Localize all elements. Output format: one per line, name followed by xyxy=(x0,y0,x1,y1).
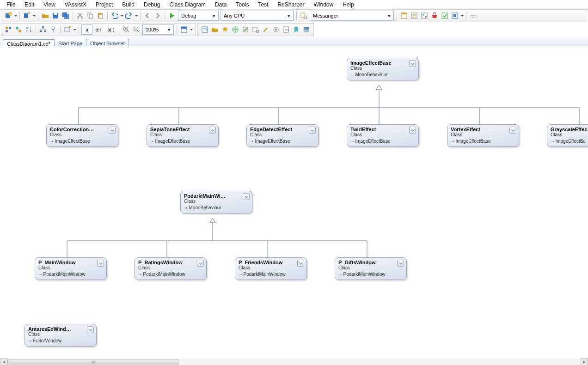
class-node-AntaresEdWindow[interactable]: AntaresEdWind…ClassEditorWindow xyxy=(24,324,97,347)
toolbox-button[interactable] xyxy=(430,11,439,20)
menu-edit[interactable]: Edit xyxy=(20,0,39,9)
paste-button[interactable] xyxy=(96,11,105,20)
class-node-GrayscaleEffect[interactable]: GrayscaleEffecClassImageEffectBa xyxy=(547,124,588,147)
rs-options-button[interactable] xyxy=(271,25,281,34)
rs-inspect-button[interactable] xyxy=(251,25,260,34)
save-all-button[interactable] xyxy=(61,11,70,20)
open-button[interactable] xyxy=(41,11,50,20)
menu-project[interactable]: Project xyxy=(91,0,117,9)
new-class-dropdown[interactable] xyxy=(73,25,77,34)
diagram-canvas[interactable]: ImageEffectBaseClassMonoBehaviourColorCo… xyxy=(0,46,588,359)
show-lollipop-button[interactable] xyxy=(49,25,58,34)
menu-view[interactable]: View xyxy=(39,0,60,9)
nav-back-button[interactable] xyxy=(143,11,152,20)
scroll-track[interactable] xyxy=(7,359,581,365)
expand-chevron-icon[interactable] xyxy=(409,127,416,134)
scroll-right-button[interactable]: ▸ xyxy=(581,358,588,365)
expand-chevron-icon[interactable] xyxy=(109,127,116,134)
add-item-dropdown[interactable] xyxy=(32,11,36,20)
find-combo[interactable]: Messanger▾ xyxy=(310,11,394,21)
class-node-TwirlEffect[interactable]: TwirlEffectClassImageEffectBase xyxy=(347,124,419,147)
solution-platform-combo[interactable]: Any CPU▾ xyxy=(220,11,294,21)
class-node-P_RatingsWindow[interactable]: P_RatingsWindowClassPodarkiMainWindow xyxy=(135,257,207,280)
start-debug-button[interactable] xyxy=(167,11,177,20)
cut-button[interactable] xyxy=(75,11,85,20)
expand-chevron-icon[interactable] xyxy=(209,127,216,134)
start-page-button[interactable] xyxy=(440,11,449,20)
expand-chevron-icon[interactable] xyxy=(87,326,94,333)
class-node-PodarkiMainWindow[interactable]: PodarkiMainWi…ClassMonoBehaviour xyxy=(180,191,252,213)
menu-help[interactable]: Help xyxy=(338,0,359,9)
horizontal-scrollbar[interactable]: ◂ ▸ xyxy=(0,359,588,365)
show-hierarchy-button[interactable] xyxy=(38,25,48,34)
expand-chevron-icon[interactable] xyxy=(409,60,416,67)
class-node-ColorCorrection[interactable]: ColorCorrection…ClassImageEffectBase xyxy=(46,124,118,147)
undo-button[interactable] xyxy=(110,11,119,20)
zoom-in-button[interactable] xyxy=(122,25,131,34)
menu-window[interactable]: Window xyxy=(309,0,338,9)
menu-data[interactable]: Data xyxy=(210,0,231,9)
solution-config-combo[interactable]: Debug▾ xyxy=(178,11,219,21)
add-item-button[interactable] xyxy=(22,11,31,20)
sort-alpha-button[interactable]: AZ xyxy=(24,25,33,34)
expand-chevron-icon[interactable] xyxy=(509,127,516,134)
menu-debug[interactable]: Debug xyxy=(139,0,165,9)
rs-bookmarks-button[interactable] xyxy=(292,25,301,34)
expand-chevron-icon[interactable] xyxy=(297,260,304,267)
expand-chevron-icon[interactable] xyxy=(243,193,250,200)
rs-stack-button[interactable] xyxy=(302,25,311,34)
rs-unit-tests-button[interactable] xyxy=(241,25,250,34)
view-classdiagram-dropdown[interactable] xyxy=(189,25,193,34)
class-node-ImageEffectBase[interactable]: ImageEffectBaseClassMonoBehaviour xyxy=(347,58,419,80)
members-name-type-button[interactable]: a:T xyxy=(93,25,104,34)
nav-fwd-button[interactable] xyxy=(153,11,162,20)
members-name-button[interactable]: a xyxy=(81,24,92,35)
rs-todo-button[interactable]: abc xyxy=(282,25,291,34)
menu-test[interactable]: Test xyxy=(253,0,273,9)
members-full-sig-button[interactable]: a( ) xyxy=(105,25,116,34)
save-button[interactable] xyxy=(51,11,60,20)
rs-generate-button[interactable] xyxy=(220,25,230,34)
redo-button[interactable] xyxy=(124,11,134,20)
menu-tools[interactable]: Tools xyxy=(231,0,253,9)
expand-chevron-icon[interactable] xyxy=(309,127,316,134)
expand-chevron-icon[interactable] xyxy=(97,260,104,267)
properties-window-button[interactable] xyxy=(410,11,419,20)
zoom-combo[interactable]: 100%▾ xyxy=(142,24,174,35)
toolbar-overflow[interactable] xyxy=(469,11,478,20)
expand-chevron-icon[interactable] xyxy=(197,260,204,267)
copy-button[interactable] xyxy=(86,11,95,20)
new-project-button[interactable] xyxy=(4,11,13,20)
extension-button[interactable] xyxy=(450,11,459,20)
view-classdiagram-button[interactable] xyxy=(179,25,189,34)
redo-dropdown[interactable] xyxy=(134,11,138,20)
rs-refactor-button[interactable] xyxy=(200,25,209,34)
new-project-dropdown[interactable] xyxy=(13,11,18,20)
group-by-kind-button[interactable] xyxy=(4,25,13,34)
menu-vassistx[interactable]: VAssistX xyxy=(60,0,91,9)
extension-dropdown[interactable] xyxy=(460,11,464,20)
new-class-button[interactable] xyxy=(63,25,72,34)
rs-navigate-button[interactable] xyxy=(231,25,240,34)
class-node-P_MainWindow[interactable]: P_MainWindowClassPodarkiMainWindow xyxy=(35,257,107,280)
rs-cleanup-button[interactable] xyxy=(261,25,270,34)
expand-chevron-icon[interactable] xyxy=(397,260,404,267)
menu-build[interactable]: Build xyxy=(117,0,139,9)
class-node-P_FriendsWindow[interactable]: P_FriendsWindowClassPodarkiMainWindow xyxy=(235,257,307,280)
menu-classdiagram[interactable]: Class Diagram xyxy=(165,0,210,9)
group-by-access-button[interactable] xyxy=(14,25,23,34)
menu-file[interactable]: File xyxy=(2,0,20,9)
zoom-out-button[interactable] xyxy=(132,25,141,34)
menu-resharper[interactable]: ReSharper xyxy=(273,0,309,9)
rs-openfile-button[interactable] xyxy=(210,25,220,34)
scroll-left-button[interactable]: ◂ xyxy=(0,358,7,365)
object-browser-button[interactable] xyxy=(420,11,429,20)
class-node-SepiaToneEffect[interactable]: SepiaToneEffectClassImageEffectBase xyxy=(147,124,219,147)
solution-explorer-button[interactable] xyxy=(399,11,409,20)
find-in-files-button[interactable] xyxy=(299,11,308,20)
scroll-thumb[interactable] xyxy=(7,359,179,365)
class-node-EdgeDetectEffect[interactable]: EdgeDetectEffectClassImageEffectBase xyxy=(246,124,318,147)
class-node-P_GiftsWindow[interactable]: P_GiftsWindowClassPodarkiMainWindow xyxy=(335,257,407,280)
class-node-VortexEffect[interactable]: VortexEffectClassImageEffectBase xyxy=(447,124,519,147)
undo-dropdown[interactable] xyxy=(120,11,124,20)
